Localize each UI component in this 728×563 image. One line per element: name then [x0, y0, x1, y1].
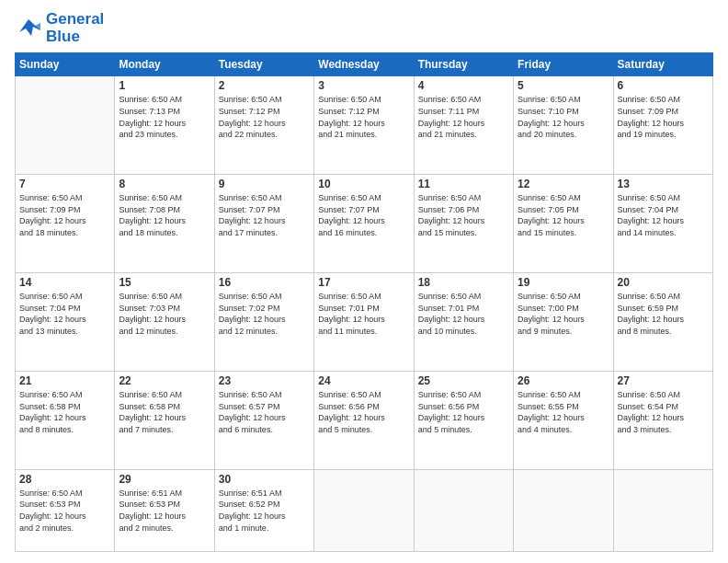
day-number: 27	[618, 374, 709, 387]
day-number: 3	[318, 79, 409, 92]
week-row-2: 7Sunrise: 6:50 AM Sunset: 7:09 PM Daylig…	[16, 175, 713, 273]
logo: General Blue	[15, 11, 104, 45]
calendar-cell: 25Sunrise: 6:50 AM Sunset: 6:56 PM Dayli…	[414, 372, 513, 470]
day-number: 9	[219, 178, 310, 190]
day-info: Sunrise: 6:50 AM Sunset: 7:05 PM Dayligh…	[518, 192, 609, 238]
day-info: Sunrise: 6:50 AM Sunset: 7:12 PM Dayligh…	[219, 94, 310, 140]
day-info: Sunrise: 6:51 AM Sunset: 6:52 PM Dayligh…	[219, 488, 310, 534]
logo-text-line2: Blue	[46, 29, 104, 46]
day-number: 25	[418, 374, 509, 387]
day-number: 14	[19, 276, 110, 289]
calendar-cell: 17Sunrise: 6:50 AM Sunset: 7:01 PM Dayli…	[314, 273, 414, 372]
calendar-cell: 10Sunrise: 6:50 AM Sunset: 7:07 PM Dayli…	[314, 175, 414, 273]
calendar-cell: 7Sunrise: 6:50 AM Sunset: 7:09 PM Daylig…	[16, 175, 115, 273]
weekday-header-thursday: Thursday	[414, 53, 513, 76]
weekday-header-saturday: Saturday	[613, 53, 712, 76]
day-info: Sunrise: 6:50 AM Sunset: 6:58 PM Dayligh…	[19, 389, 110, 435]
day-number: 28	[19, 473, 110, 486]
calendar-cell: 6Sunrise: 6:50 AM Sunset: 7:09 PM Daylig…	[613, 76, 712, 175]
calendar-cell	[613, 469, 712, 551]
day-number: 30	[219, 473, 310, 486]
day-number: 12	[518, 178, 609, 190]
weekday-header-wednesday: Wednesday	[314, 53, 414, 76]
calendar-cell	[514, 469, 613, 551]
weekday-header-row: SundayMondayTuesdayWednesdayThursdayFrid…	[16, 53, 713, 76]
day-number: 8	[119, 178, 210, 190]
day-info: Sunrise: 6:50 AM Sunset: 7:11 PM Dayligh…	[418, 94, 509, 140]
weekday-header-sunday: Sunday	[16, 53, 115, 76]
day-info: Sunrise: 6:50 AM Sunset: 6:56 PM Dayligh…	[418, 389, 509, 435]
calendar-cell: 22Sunrise: 6:50 AM Sunset: 6:58 PM Dayli…	[115, 372, 214, 470]
day-info: Sunrise: 6:50 AM Sunset: 7:07 PM Dayligh…	[318, 192, 409, 238]
calendar-cell: 8Sunrise: 6:50 AM Sunset: 7:08 PM Daylig…	[115, 175, 214, 273]
day-number: 6	[618, 79, 709, 92]
day-info: Sunrise: 6:50 AM Sunset: 7:09 PM Dayligh…	[618, 94, 709, 140]
day-info: Sunrise: 6:50 AM Sunset: 7:02 PM Dayligh…	[219, 291, 310, 337]
day-number: 17	[318, 276, 409, 289]
calendar-cell: 13Sunrise: 6:50 AM Sunset: 7:04 PM Dayli…	[613, 175, 712, 273]
day-info: Sunrise: 6:50 AM Sunset: 6:55 PM Dayligh…	[518, 389, 609, 435]
calendar-cell: 15Sunrise: 6:50 AM Sunset: 7:03 PM Dayli…	[115, 273, 214, 372]
day-info: Sunrise: 6:50 AM Sunset: 7:09 PM Dayligh…	[19, 192, 110, 238]
day-number: 18	[418, 276, 509, 289]
day-info: Sunrise: 6:50 AM Sunset: 6:54 PM Dayligh…	[618, 389, 709, 435]
day-number: 1	[119, 79, 210, 92]
day-info: Sunrise: 6:50 AM Sunset: 7:06 PM Dayligh…	[418, 192, 509, 238]
calendar-cell: 21Sunrise: 6:50 AM Sunset: 6:58 PM Dayli…	[16, 372, 115, 470]
day-number: 11	[418, 178, 509, 190]
calendar-cell: 29Sunrise: 6:51 AM Sunset: 6:53 PM Dayli…	[115, 469, 214, 551]
calendar-cell: 30Sunrise: 6:51 AM Sunset: 6:52 PM Dayli…	[214, 469, 313, 551]
day-info: Sunrise: 6:50 AM Sunset: 7:08 PM Dayligh…	[119, 192, 210, 238]
svg-marker-1	[33, 23, 40, 30]
weekday-header-monday: Monday	[115, 53, 214, 76]
day-number: 21	[19, 374, 110, 387]
calendar-cell: 11Sunrise: 6:50 AM Sunset: 7:06 PM Dayli…	[414, 175, 513, 273]
calendar-cell: 26Sunrise: 6:50 AM Sunset: 6:55 PM Dayli…	[514, 372, 613, 470]
calendar-cell: 3Sunrise: 6:50 AM Sunset: 7:12 PM Daylig…	[314, 76, 414, 175]
calendar-cell: 19Sunrise: 6:50 AM Sunset: 7:00 PM Dayli…	[514, 273, 613, 372]
day-number: 22	[119, 374, 210, 387]
day-info: Sunrise: 6:50 AM Sunset: 7:00 PM Dayligh…	[518, 291, 609, 337]
day-number: 16	[219, 276, 310, 289]
week-row-1: 1Sunrise: 6:50 AM Sunset: 7:13 PM Daylig…	[16, 76, 713, 175]
weekday-header-friday: Friday	[514, 53, 613, 76]
day-info: Sunrise: 6:50 AM Sunset: 7:04 PM Dayligh…	[19, 291, 110, 337]
day-info: Sunrise: 6:50 AM Sunset: 7:07 PM Dayligh…	[219, 192, 310, 238]
day-number: 4	[418, 79, 509, 92]
week-row-3: 14Sunrise: 6:50 AM Sunset: 7:04 PM Dayli…	[16, 273, 713, 372]
calendar-cell: 27Sunrise: 6:50 AM Sunset: 6:54 PM Dayli…	[613, 372, 712, 470]
calendar-table: SundayMondayTuesdayWednesdayThursdayFrid…	[15, 52, 713, 552]
calendar-cell: 24Sunrise: 6:50 AM Sunset: 6:56 PM Dayli…	[314, 372, 414, 470]
day-number: 20	[618, 276, 709, 289]
calendar-cell: 23Sunrise: 6:50 AM Sunset: 6:57 PM Dayli…	[214, 372, 313, 470]
day-info: Sunrise: 6:50 AM Sunset: 7:03 PM Dayligh…	[119, 291, 210, 337]
day-info: Sunrise: 6:50 AM Sunset: 7:04 PM Dayligh…	[618, 192, 709, 238]
calendar-cell: 5Sunrise: 6:50 AM Sunset: 7:10 PM Daylig…	[514, 76, 613, 175]
day-info: Sunrise: 6:50 AM Sunset: 7:10 PM Dayligh…	[518, 94, 609, 140]
day-info: Sunrise: 6:50 AM Sunset: 6:59 PM Dayligh…	[618, 291, 709, 337]
day-info: Sunrise: 6:50 AM Sunset: 6:56 PM Dayligh…	[318, 389, 409, 435]
day-number: 19	[518, 276, 609, 289]
day-number: 5	[518, 79, 609, 92]
calendar-cell	[414, 469, 513, 551]
day-number: 2	[219, 79, 310, 92]
week-row-5: 28Sunrise: 6:50 AM Sunset: 6:53 PM Dayli…	[16, 469, 713, 551]
day-info: Sunrise: 6:50 AM Sunset: 6:58 PM Dayligh…	[119, 389, 210, 435]
day-info: Sunrise: 6:50 AM Sunset: 7:01 PM Dayligh…	[318, 291, 409, 337]
header: General Blue	[15, 11, 713, 45]
calendar-cell: 18Sunrise: 6:50 AM Sunset: 7:01 PM Dayli…	[414, 273, 513, 372]
day-info: Sunrise: 6:51 AM Sunset: 6:53 PM Dayligh…	[119, 488, 210, 534]
calendar-cell: 9Sunrise: 6:50 AM Sunset: 7:07 PM Daylig…	[214, 175, 313, 273]
day-info: Sunrise: 6:50 AM Sunset: 6:53 PM Dayligh…	[19, 488, 110, 534]
weekday-header-tuesday: Tuesday	[214, 53, 313, 76]
day-number: 10	[318, 178, 409, 190]
calendar-cell	[314, 469, 414, 551]
calendar-cell: 4Sunrise: 6:50 AM Sunset: 7:11 PM Daylig…	[414, 76, 513, 175]
day-number: 26	[518, 374, 609, 387]
calendar-cell: 20Sunrise: 6:50 AM Sunset: 6:59 PM Dayli…	[613, 273, 712, 372]
calendar-cell: 16Sunrise: 6:50 AM Sunset: 7:02 PM Dayli…	[214, 273, 313, 372]
day-number: 24	[318, 374, 409, 387]
week-row-4: 21Sunrise: 6:50 AM Sunset: 6:58 PM Dayli…	[16, 372, 713, 470]
calendar-cell: 14Sunrise: 6:50 AM Sunset: 7:04 PM Dayli…	[16, 273, 115, 372]
logo-icon	[15, 17, 42, 40]
